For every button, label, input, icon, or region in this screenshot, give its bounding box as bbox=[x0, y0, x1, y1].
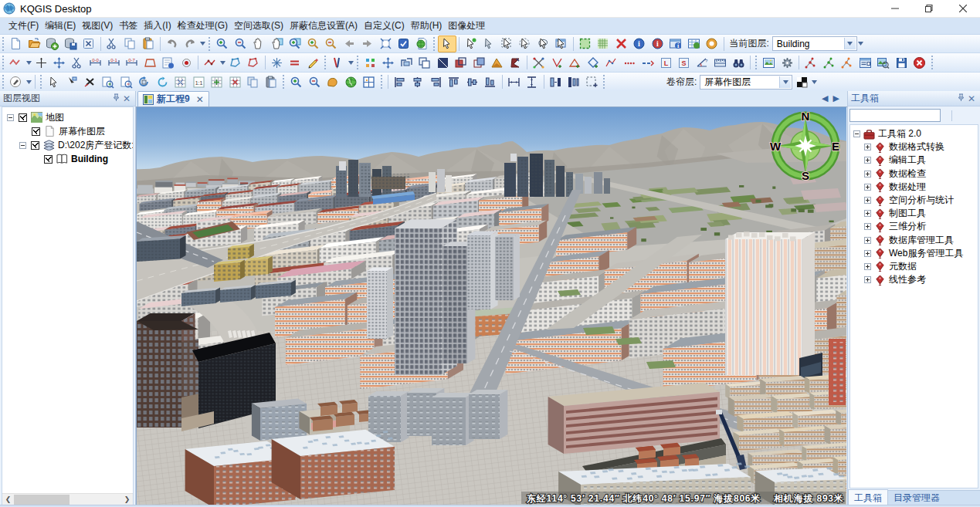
svg-text:S: S bbox=[682, 59, 687, 67]
svg-text:S: S bbox=[802, 169, 809, 182]
svg-text:E: E bbox=[832, 140, 839, 153]
svg-text:L: L bbox=[664, 59, 669, 67]
svg-text:N: N bbox=[802, 110, 810, 123]
svg-text:0-0: 0-0 bbox=[92, 57, 99, 62]
svg-text:i: i bbox=[638, 39, 640, 48]
svg-text:1:1: 1:1 bbox=[195, 79, 202, 85]
svg-text:?: ? bbox=[705, 59, 708, 63]
svg-text:i: i bbox=[656, 39, 659, 48]
svg-text:W: W bbox=[770, 140, 782, 153]
svg-text:东经114° 53′ 21.44″ 北纬40° 48′ 1: 东经114° 53′ 21.44″ 北纬40° 48′ 15.97″ 海拔806… bbox=[526, 493, 844, 504]
svg-text:0-1: 0-1 bbox=[110, 57, 117, 62]
svg-text:0-7: 0-7 bbox=[128, 57, 135, 62]
